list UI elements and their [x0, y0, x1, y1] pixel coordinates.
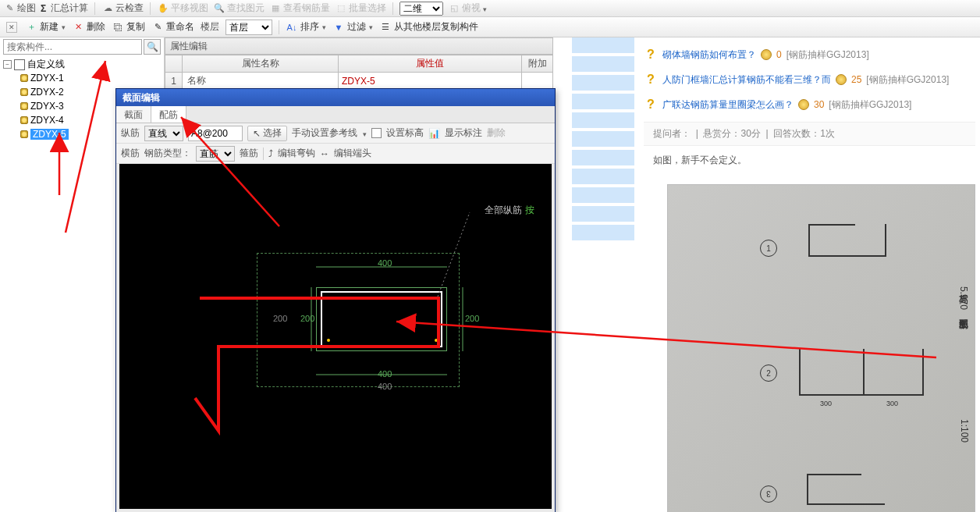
- manual-refline-label[interactable]: 手动设置参考线: [292, 126, 357, 140]
- component-icon: [20, 130, 28, 138]
- cursor-icon: ⬚: [335, 2, 347, 15]
- dim-lines: [119, 164, 552, 509]
- qa-list: ?砌体墙钢筋如何布置？0[钢筋抽样GGJ2013]?人防门框墙汇总计算钢筋不能看…: [644, 37, 975, 122]
- row-number: 1: [165, 73, 183, 90]
- view-button[interactable]: ◱俯视: [448, 2, 487, 15]
- qa-link[interactable]: 砌体墙钢筋如何布置？: [662, 48, 756, 62]
- tree-root[interactable]: − 自定义线: [3, 58, 161, 71]
- reference-photo: 1 2 300 300 3 标高5.970 板配筋平面图 1:100: [667, 184, 975, 512]
- chart-icon: 📊: [428, 128, 440, 139]
- hand-icon: ✋: [157, 2, 169, 15]
- qa-tag: [钢筋抽样GGJ2013]: [786, 48, 869, 62]
- transverse-label: 横筋: [121, 147, 140, 160]
- prop-value-cell[interactable]: ZDYX-5: [339, 73, 522, 90]
- longitudinal-type-select[interactable]: 直线: [144, 126, 183, 141]
- sort-icon: A↓: [286, 21, 298, 34]
- qa-link[interactable]: 人防门框墙汇总计算钢筋不能看三维？而: [662, 73, 831, 87]
- toolbar-primary: ✎绘图 Σ 汇总计算 ☁云检查 ✋平移视图 🔍查找图元 ▦查看钢筋量 ⬚批量选择…: [0, 0, 980, 17]
- pan-button[interactable]: ✋平移视图: [157, 2, 208, 15]
- photo-scale: 1:100: [959, 419, 970, 443]
- tab-section[interactable]: 截面: [116, 106, 151, 123]
- longitudinal-label: 纵筋: [121, 126, 140, 140]
- magnifier-icon: 🔍: [147, 41, 158, 52]
- new-button[interactable]: ＋新建: [25, 20, 66, 34]
- batch-select-button[interactable]: ⬚批量选择: [335, 2, 386, 15]
- dimension-select[interactable]: 二维: [399, 2, 443, 16]
- copy-from-floor-button[interactable]: ☰从其他楼层复制构件: [379, 20, 478, 34]
- question-icon: ?: [644, 98, 658, 112]
- tree-item[interactable]: ZDYX-1: [20, 71, 161, 85]
- cloud-icon: ☁: [101, 2, 114, 15]
- elevation-checkbox[interactable]: [371, 128, 382, 138]
- select-button[interactable]: ↖选择: [247, 126, 287, 141]
- set-elevation-label[interactable]: 设置标高: [386, 126, 424, 140]
- search-input[interactable]: [3, 39, 142, 55]
- tree-root-label: 自定义线: [27, 58, 65, 71]
- rename-icon: ✎: [151, 21, 164, 34]
- search-icon: 🔍: [213, 2, 225, 15]
- sort-button[interactable]: A↓排序: [286, 20, 326, 34]
- qa-meta: 提问者： | 悬赏分：30分 | 回答次数：1次: [644, 122, 975, 146]
- layers-icon: ☰: [379, 21, 392, 34]
- qa-item: ?人防门框墙汇总计算钢筋不能看三维？而25[钢筋抽样GGJ2013]: [644, 67, 975, 92]
- toolbar-secondary: ✕ ＋新建 ✕删除 ⿻复制 ✎重命名 楼层 首层 A↓排序 ▼过滤 ☰从其他楼层…: [0, 17, 980, 37]
- thumbnail-strip: [572, 37, 634, 244]
- section-canvas[interactable]: 400 400 400 200 200 200 全部纵筋 按: [119, 164, 552, 509]
- rename-button[interactable]: ✎重命名: [151, 20, 194, 34]
- floor-label: 楼层: [201, 20, 219, 34]
- edit-hook-icon: ⤴: [268, 148, 273, 159]
- sum-button[interactable]: 汇总计算: [51, 2, 88, 15]
- floor-select[interactable]: 首层: [225, 20, 272, 35]
- edit-end-button[interactable]: 编辑端头: [334, 147, 371, 160]
- tree-item-label: ZDYX-3: [30, 101, 64, 112]
- col-value: 属性值: [339, 55, 522, 73]
- copy-icon: ⿻: [112, 21, 124, 34]
- draw-button[interactable]: ✎绘图: [3, 2, 36, 15]
- grid-icon: ▦: [269, 2, 282, 15]
- filter-icon: ▼: [332, 21, 345, 34]
- rebar-spec-input[interactable]: [188, 126, 243, 141]
- close-panel-button[interactable]: ✕: [6, 22, 17, 33]
- coin-icon: [761, 49, 772, 60]
- pencil-icon: ✎: [3, 2, 16, 15]
- sigma-icon: Σ: [41, 3, 46, 14]
- delete-button[interactable]: ✕删除: [72, 20, 105, 34]
- property-table: 属性名称 属性值 附加 1 名称 ZDYX-5: [165, 55, 553, 90]
- qa-item: ?砌体墙钢筋如何布置？0[钢筋抽样GGJ2013]: [644, 42, 975, 67]
- col-name: 属性名称: [183, 55, 339, 73]
- component-icon: [20, 88, 28, 96]
- cube-icon: ◱: [448, 2, 460, 15]
- property-row[interactable]: 1 名称 ZDYX-5: [165, 73, 553, 90]
- component-icon: [20, 74, 28, 82]
- rebar-type-label: 钢筋类型：: [144, 147, 191, 160]
- transverse-type-select[interactable]: 直筋: [196, 146, 235, 162]
- qa-description: 如图，新手不会定义。: [644, 146, 975, 175]
- stirrup-label[interactable]: 箍筋: [240, 147, 258, 160]
- tab-rebar[interactable]: 配筋: [151, 106, 186, 123]
- folder-icon: [14, 59, 25, 70]
- coin-icon: [836, 74, 847, 85]
- delete-label[interactable]: 删除: [487, 126, 506, 140]
- filter-button[interactable]: ▼过滤: [332, 20, 373, 34]
- coin-icon: [798, 99, 809, 110]
- search-button[interactable]: 🔍: [144, 39, 161, 55]
- find-element-button[interactable]: 🔍查找图元: [213, 2, 265, 15]
- edit-hook-button[interactable]: 编辑弯钩: [278, 147, 315, 160]
- qa-tag: [钢筋抽样GGJ2013]: [866, 73, 949, 87]
- dialog-title[interactable]: 截面编辑: [116, 89, 555, 106]
- qa-points: 30: [814, 99, 824, 110]
- show-annotation-label[interactable]: 显示标注: [445, 126, 482, 140]
- cursor-icon: ↖: [253, 128, 261, 139]
- component-icon: [20, 116, 28, 124]
- tree-item-label: ZDYX-1: [30, 73, 64, 84]
- prop-name-cell: 名称: [183, 73, 339, 90]
- qa-link[interactable]: 广联达钢筋算量里圈梁怎么画？: [662, 98, 794, 112]
- question-icon: ?: [644, 48, 658, 62]
- tree-item-label: ZDYX-2: [30, 87, 64, 98]
- collapse-icon[interactable]: −: [3, 60, 12, 69]
- delete-icon: ✕: [72, 21, 84, 34]
- qa-points: 0: [776, 49, 782, 60]
- copy-button[interactable]: ⿻复制: [112, 20, 145, 34]
- cloud-check-button[interactable]: ☁云检查: [101, 2, 144, 15]
- view-rebar-button[interactable]: ▦查看钢筋量: [269, 2, 330, 15]
